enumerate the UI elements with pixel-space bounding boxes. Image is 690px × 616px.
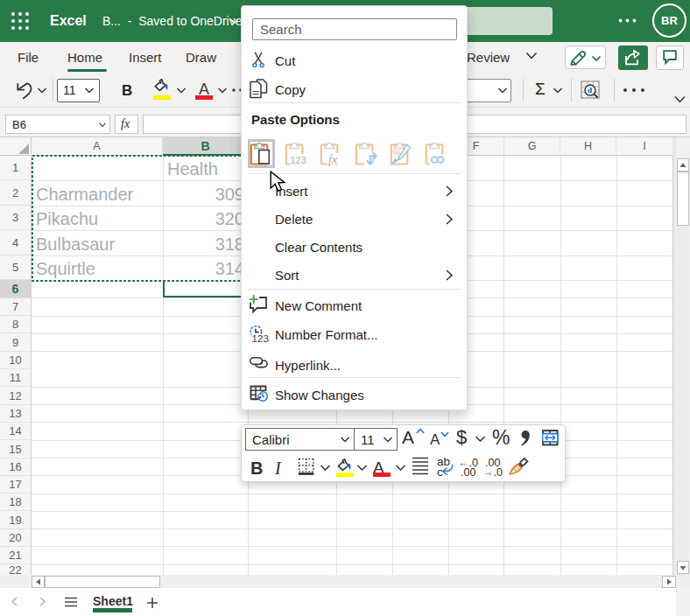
svg-text:123: 123 — [291, 155, 306, 165]
svg-text:fx: fx — [328, 152, 338, 166]
svg-text:123: 123 — [252, 333, 269, 343]
